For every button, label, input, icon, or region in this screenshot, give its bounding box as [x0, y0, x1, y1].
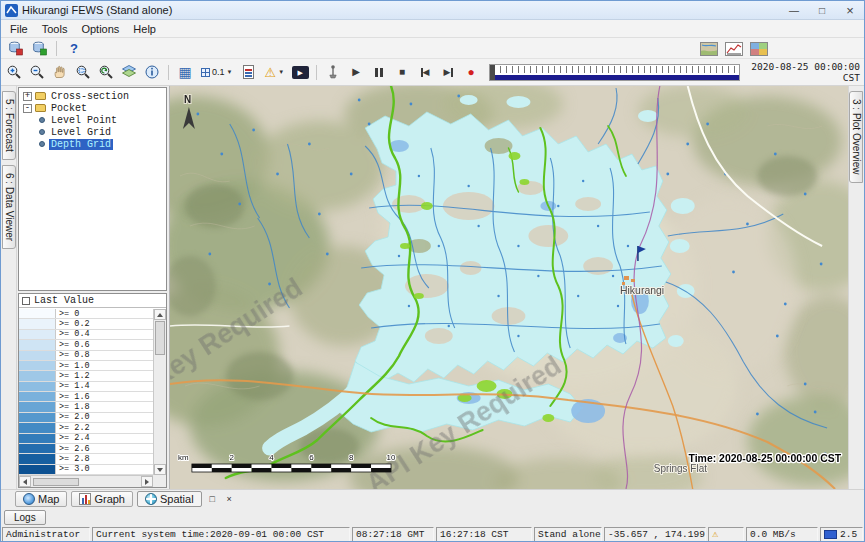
map-viewport[interactable]: API Key Required API Key Required Hikura… [169, 86, 848, 489]
zoom-previous-icon [98, 64, 114, 80]
scroll-thumb[interactable] [33, 478, 79, 486]
map-canvas[interactable]: API Key Required API Key Required Hikura… [170, 86, 848, 489]
step-backward-button[interactable]: ◀ [414, 61, 436, 83]
legend-row: >= 0.4 [19, 330, 153, 340]
tree-item-level-point[interactable]: Level Point [19, 114, 166, 126]
record-button[interactable]: ● [460, 61, 482, 83]
bottom-tab-graph[interactable]: Graph [71, 491, 133, 507]
zoom-region-icon [75, 64, 91, 80]
legend-color-swatch [19, 382, 56, 391]
scroll-right-button[interactable] [141, 476, 153, 487]
tree-item-pocket[interactable]: -Pocket [19, 102, 166, 114]
pan-button[interactable] [49, 61, 71, 83]
menu-file[interactable]: File [3, 22, 35, 36]
grid-display-button[interactable]: ▦ [174, 61, 196, 83]
menu-help[interactable]: Help [126, 22, 163, 36]
stop-button[interactable]: ■ [391, 61, 413, 83]
database-shortcut-button-2[interactable] [28, 39, 50, 58]
info-button[interactable] [141, 61, 163, 83]
play-button[interactable]: ▶ [345, 61, 367, 83]
legend-horizontal-scrollbar[interactable] [19, 475, 153, 487]
bottom-tab-map[interactable]: Map [15, 491, 67, 507]
tree-item-level-grid[interactable]: Level Grid [19, 126, 166, 138]
toolbar-top-right [698, 39, 770, 58]
scroll-thumb[interactable] [155, 321, 165, 355]
tab-5-forecast[interactable]: 5 : Forecast [2, 91, 16, 160]
legend-value-label: >= 0.4 [56, 330, 90, 339]
step-forward-button[interactable]: ▶ [437, 61, 459, 83]
logs-row: Logs [1, 508, 864, 526]
legend-vertical-scrollbar[interactable] [153, 309, 166, 475]
zoom-region-button[interactable] [72, 61, 94, 83]
tree-expander-icon[interactable]: - [23, 104, 32, 113]
color-scale-button[interactable] [237, 61, 259, 83]
pause-button[interactable] [368, 61, 390, 83]
bottom-tab-label: Graph [94, 493, 125, 505]
timeline-handle[interactable] [490, 65, 495, 80]
bottom-tab-spatial[interactable]: Spatial [137, 491, 202, 507]
layers-button[interactable] [118, 61, 140, 83]
legend-color-swatch [19, 413, 56, 422]
contour-interval-dropdown[interactable]: 0.1 ▼ [197, 61, 236, 83]
tree-item-depth-grid[interactable]: Depth Grid [19, 138, 166, 150]
tree-label: Pocket [49, 103, 89, 114]
map-time-label: Time: 2020-08-25 00:00:00 CST [689, 453, 842, 464]
last-value-checkbox[interactable] [22, 297, 30, 305]
close-button[interactable]: × [836, 1, 864, 19]
zoom-previous-button[interactable] [95, 61, 117, 83]
thresholds-dropdown[interactable]: ⚠ ▼ [260, 61, 288, 83]
shortcut-grid-button[interactable] [748, 39, 770, 58]
timeline-slider[interactable] [489, 64, 740, 81]
menu-tools[interactable]: Tools [35, 22, 75, 36]
pause-icon [375, 68, 383, 77]
animation-export-button[interactable]: ▶ [289, 61, 311, 83]
tree-expander-icon[interactable]: + [23, 92, 32, 101]
maximize-button[interactable]: □ [808, 1, 836, 19]
legend-value-label: >= 1.6 [56, 392, 90, 401]
bottom-tab-bar: MapGraphSpatial [15, 491, 202, 507]
zoom-out-button[interactable] [26, 61, 48, 83]
menu-options[interactable]: Options [74, 22, 126, 36]
step-backward-icon: ◀ [423, 68, 430, 77]
window-title: Hikurangi FEWS (Stand alone) [22, 4, 172, 16]
logs-button[interactable]: Logs [4, 510, 46, 525]
scroll-down-button[interactable] [154, 464, 166, 475]
titlebar[interactable]: Hikurangi FEWS (Stand alone) — □ × [1, 1, 864, 20]
legend-color-swatch [19, 434, 56, 443]
folder-icon [35, 92, 46, 100]
current-time-label: 2020-08-25 00:00:00 CST [746, 61, 862, 83]
legend-value-label: >= 2.2 [56, 423, 90, 432]
contour-icon [201, 68, 210, 77]
status-text: 16:27:18 CST [440, 529, 508, 540]
globe-icon [23, 493, 35, 505]
help-button[interactable]: ? [63, 39, 85, 58]
shortcut-chart-button[interactable] [723, 39, 745, 58]
scroll-up-button[interactable] [154, 309, 166, 320]
zoom-in-button[interactable] [3, 61, 25, 83]
status-text: 2.5 GB [840, 529, 863, 540]
layer-icon [39, 117, 45, 123]
record-icon: ● [467, 66, 474, 78]
panel-close-button[interactable]: × [223, 492, 236, 506]
legend-row: >= 3.0 [19, 465, 153, 475]
status-seg-16-27-18: 16:27:18 CST [436, 527, 532, 542]
status-text: Administrator [6, 529, 80, 540]
legend-color-swatch [19, 351, 56, 360]
legend-value-label: >= 0.2 [56, 319, 90, 328]
database-shortcut-button-1[interactable] [4, 39, 26, 58]
database-green-icon [32, 41, 47, 56]
time-marker-button[interactable] [322, 61, 344, 83]
right-tab-strip: 3 : Plot Overview [848, 86, 864, 489]
scroll-left-button[interactable] [19, 476, 31, 487]
legend-color-swatch [19, 454, 56, 463]
legend-row: >= 0 [19, 309, 153, 319]
shortcut-map-button[interactable] [698, 39, 720, 58]
minimize-button[interactable]: — [780, 1, 808, 19]
tree-item-cross-section[interactable]: +Cross-section [19, 90, 166, 102]
legend-value-label: >= 1.8 [56, 402, 90, 411]
tab-3-plot-overview[interactable]: 3 : Plot Overview [849, 91, 863, 183]
status-text: -35.657 , 174.199 [608, 529, 705, 540]
tab-6-data-viewer[interactable]: 6 : Data Viewer [2, 165, 16, 249]
panel-restore-button[interactable]: □ [206, 492, 219, 506]
status-seg-0-0: 0.0 MB/s [746, 527, 818, 542]
